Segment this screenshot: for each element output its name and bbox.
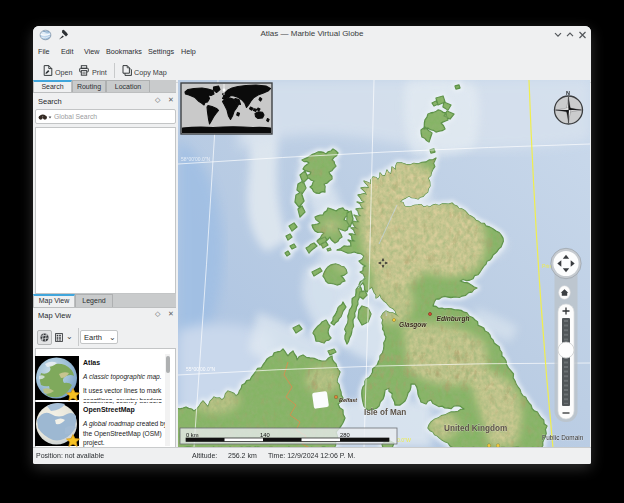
svg-text:280: 280 xyxy=(340,432,350,438)
svg-text:58°00'00.0"N: 58°00'00.0"N xyxy=(181,156,211,162)
svg-text:Belfast: Belfast xyxy=(339,397,357,403)
svg-text:55°00'00.0"N: 55°00'00.0"N xyxy=(186,366,216,372)
svg-text:Public Domain: Public Domain xyxy=(542,434,584,441)
svg-text:Isle of Man: Isle of Man xyxy=(364,408,406,417)
svg-text:Glasgow: Glasgow xyxy=(399,321,427,329)
svg-text:0 km: 0 km xyxy=(186,432,199,438)
svg-text:United Kingdom: United Kingdom xyxy=(444,424,507,433)
svg-text:Edinburgh: Edinburgh xyxy=(437,315,470,323)
svg-text:0.0"W: 0.0"W xyxy=(397,437,411,443)
svg-text:N: N xyxy=(566,90,570,96)
svg-text:140: 140 xyxy=(260,432,270,438)
